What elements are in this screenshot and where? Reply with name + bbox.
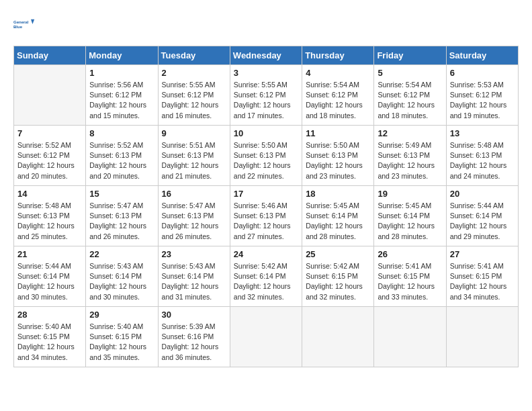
weekday-header-cell: Tuesday xyxy=(158,46,230,65)
day-info: Sunrise: 5:43 AM Sunset: 6:14 PM Dayligh… xyxy=(89,261,154,302)
calendar-day-cell: 22Sunrise: 5:43 AM Sunset: 6:14 PM Dayli… xyxy=(86,246,158,307)
calendar-day-cell: 2Sunrise: 5:55 AM Sunset: 6:12 PM Daylig… xyxy=(158,65,230,126)
day-info: Sunrise: 5:55 AM Sunset: 6:12 PM Dayligh… xyxy=(234,80,298,121)
day-number: 23 xyxy=(162,249,226,259)
calendar-table: SundayMondayTuesdayWednesdayThursdayFrid… xyxy=(13,46,519,367)
day-number: 2 xyxy=(162,68,226,78)
day-info: Sunrise: 5:43 AM Sunset: 6:14 PM Dayligh… xyxy=(162,261,226,302)
calendar-day-cell: 28Sunrise: 5:40 AM Sunset: 6:15 PM Dayli… xyxy=(14,307,86,367)
calendar-day-cell: 6Sunrise: 5:53 AM Sunset: 6:12 PM Daylig… xyxy=(446,65,518,126)
calendar-day-cell: 7Sunrise: 5:52 AM Sunset: 6:12 PM Daylig… xyxy=(14,126,86,186)
day-info: Sunrise: 5:56 AM Sunset: 6:12 PM Dayligh… xyxy=(89,80,154,121)
day-number: 1 xyxy=(89,68,154,78)
day-number: 21 xyxy=(17,249,82,259)
day-info: Sunrise: 5:45 AM Sunset: 6:14 PM Dayligh… xyxy=(306,201,370,242)
day-info: Sunrise: 5:41 AM Sunset: 6:15 PM Dayligh… xyxy=(378,261,442,302)
day-info: Sunrise: 5:40 AM Sunset: 6:15 PM Dayligh… xyxy=(17,322,82,363)
day-number: 19 xyxy=(378,189,442,199)
calendar-day-cell: 3Sunrise: 5:55 AM Sunset: 6:12 PM Daylig… xyxy=(230,65,302,126)
day-number: 7 xyxy=(17,128,82,138)
page-header: GeneralBlue xyxy=(13,13,519,35)
calendar-day-cell: 11Sunrise: 5:50 AM Sunset: 6:13 PM Dayli… xyxy=(302,126,374,186)
weekday-header-cell: Thursday xyxy=(302,46,374,65)
calendar-day-cell: 12Sunrise: 5:49 AM Sunset: 6:13 PM Dayli… xyxy=(374,126,446,186)
calendar-day-cell xyxy=(14,65,86,126)
calendar-body: 1Sunrise: 5:56 AM Sunset: 6:12 PM Daylig… xyxy=(14,65,519,367)
calendar-day-cell: 10Sunrise: 5:50 AM Sunset: 6:13 PM Dayli… xyxy=(230,126,302,186)
weekday-header-cell: Wednesday xyxy=(230,46,302,65)
day-info: Sunrise: 5:46 AM Sunset: 6:13 PM Dayligh… xyxy=(234,201,298,242)
calendar-day-cell: 26Sunrise: 5:41 AM Sunset: 6:15 PM Dayli… xyxy=(374,246,446,307)
calendar-day-cell: 21Sunrise: 5:44 AM Sunset: 6:14 PM Dayli… xyxy=(14,246,86,307)
logo: GeneralBlue xyxy=(13,13,35,35)
day-number: 27 xyxy=(450,249,515,259)
calendar-week-row: 28Sunrise: 5:40 AM Sunset: 6:15 PM Dayli… xyxy=(14,307,519,367)
calendar-day-cell: 20Sunrise: 5:44 AM Sunset: 6:14 PM Dayli… xyxy=(446,186,518,246)
calendar-day-cell xyxy=(302,307,374,367)
day-info: Sunrise: 5:48 AM Sunset: 6:13 PM Dayligh… xyxy=(17,201,82,242)
day-info: Sunrise: 5:48 AM Sunset: 6:13 PM Dayligh… xyxy=(450,140,515,181)
day-number: 24 xyxy=(234,249,298,259)
calendar-day-cell: 15Sunrise: 5:47 AM Sunset: 6:13 PM Dayli… xyxy=(86,186,158,246)
day-info: Sunrise: 5:44 AM Sunset: 6:14 PM Dayligh… xyxy=(450,201,515,242)
calendar-day-cell: 16Sunrise: 5:47 AM Sunset: 6:13 PM Dayli… xyxy=(158,186,230,246)
day-number: 25 xyxy=(306,249,370,259)
day-number: 28 xyxy=(17,310,82,320)
day-number: 6 xyxy=(450,68,515,78)
day-number: 12 xyxy=(378,128,442,138)
day-number: 3 xyxy=(234,68,298,78)
day-number: 17 xyxy=(234,189,298,199)
day-info: Sunrise: 5:41 AM Sunset: 6:15 PM Dayligh… xyxy=(450,261,515,302)
day-info: Sunrise: 5:52 AM Sunset: 6:13 PM Dayligh… xyxy=(89,140,154,181)
day-info: Sunrise: 5:49 AM Sunset: 6:13 PM Dayligh… xyxy=(378,140,442,181)
day-number: 26 xyxy=(378,249,442,259)
calendar-day-cell: 24Sunrise: 5:42 AM Sunset: 6:14 PM Dayli… xyxy=(230,246,302,307)
day-info: Sunrise: 5:55 AM Sunset: 6:12 PM Dayligh… xyxy=(162,80,226,121)
day-info: Sunrise: 5:54 AM Sunset: 6:12 PM Dayligh… xyxy=(306,80,370,121)
day-info: Sunrise: 5:42 AM Sunset: 6:15 PM Dayligh… xyxy=(306,261,370,302)
weekday-header-cell: Monday xyxy=(86,46,158,65)
day-info: Sunrise: 5:44 AM Sunset: 6:14 PM Dayligh… xyxy=(17,261,82,302)
day-number: 4 xyxy=(306,68,370,78)
calendar-day-cell: 27Sunrise: 5:41 AM Sunset: 6:15 PM Dayli… xyxy=(446,246,518,307)
day-number: 9 xyxy=(162,128,226,138)
calendar-day-cell: 9Sunrise: 5:51 AM Sunset: 6:13 PM Daylig… xyxy=(158,126,230,186)
general-blue-logo-icon: GeneralBlue xyxy=(13,13,35,35)
day-info: Sunrise: 5:45 AM Sunset: 6:14 PM Dayligh… xyxy=(378,201,442,242)
day-info: Sunrise: 5:42 AM Sunset: 6:14 PM Dayligh… xyxy=(234,261,298,302)
day-info: Sunrise: 5:53 AM Sunset: 6:12 PM Dayligh… xyxy=(450,80,515,121)
day-info: Sunrise: 5:50 AM Sunset: 6:13 PM Dayligh… xyxy=(306,140,370,181)
day-info: Sunrise: 5:51 AM Sunset: 6:13 PM Dayligh… xyxy=(162,140,226,181)
day-number: 14 xyxy=(17,189,82,199)
day-number: 15 xyxy=(89,189,154,199)
calendar-day-cell xyxy=(446,307,518,367)
day-number: 11 xyxy=(306,128,370,138)
day-info: Sunrise: 5:40 AM Sunset: 6:15 PM Dayligh… xyxy=(89,322,154,363)
calendar-day-cell: 4Sunrise: 5:54 AM Sunset: 6:12 PM Daylig… xyxy=(302,65,374,126)
calendar-day-cell: 5Sunrise: 5:54 AM Sunset: 6:12 PM Daylig… xyxy=(374,65,446,126)
day-number: 20 xyxy=(450,189,515,199)
calendar-week-row: 7Sunrise: 5:52 AM Sunset: 6:12 PM Daylig… xyxy=(14,126,519,186)
day-number: 8 xyxy=(89,128,154,138)
calendar-day-cell: 8Sunrise: 5:52 AM Sunset: 6:13 PM Daylig… xyxy=(86,126,158,186)
calendar-day-cell: 19Sunrise: 5:45 AM Sunset: 6:14 PM Dayli… xyxy=(374,186,446,246)
calendar-day-cell: 13Sunrise: 5:48 AM Sunset: 6:13 PM Dayli… xyxy=(446,126,518,186)
calendar-week-row: 14Sunrise: 5:48 AM Sunset: 6:13 PM Dayli… xyxy=(14,186,519,246)
svg-text:General: General xyxy=(13,20,29,24)
weekday-header-cell: Sunday xyxy=(14,46,86,65)
weekday-header-cell: Saturday xyxy=(446,46,518,65)
day-number: 16 xyxy=(162,189,226,199)
svg-marker-2 xyxy=(31,19,34,24)
day-info: Sunrise: 5:54 AM Sunset: 6:12 PM Dayligh… xyxy=(378,80,442,121)
calendar-day-cell: 25Sunrise: 5:42 AM Sunset: 6:15 PM Dayli… xyxy=(302,246,374,307)
svg-text:Blue: Blue xyxy=(13,25,23,29)
day-number: 29 xyxy=(89,310,154,320)
calendar-day-cell xyxy=(374,307,446,367)
calendar-day-cell: 30Sunrise: 5:39 AM Sunset: 6:16 PM Dayli… xyxy=(158,307,230,367)
weekday-header-row: SundayMondayTuesdayWednesdayThursdayFrid… xyxy=(14,46,519,65)
day-info: Sunrise: 5:50 AM Sunset: 6:13 PM Dayligh… xyxy=(234,140,298,181)
calendar-day-cell xyxy=(230,307,302,367)
calendar-day-cell: 17Sunrise: 5:46 AM Sunset: 6:13 PM Dayli… xyxy=(230,186,302,246)
calendar-day-cell: 23Sunrise: 5:43 AM Sunset: 6:14 PM Dayli… xyxy=(158,246,230,307)
day-info: Sunrise: 5:52 AM Sunset: 6:12 PM Dayligh… xyxy=(17,140,82,181)
